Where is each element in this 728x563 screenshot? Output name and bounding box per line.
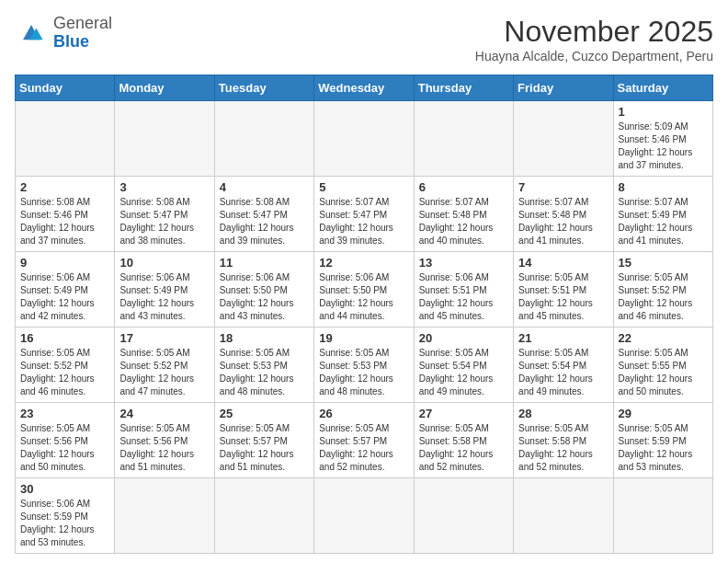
weekday-header-saturday: Saturday (613, 75, 712, 101)
weekday-header-row: SundayMondayTuesdayWednesdayThursdayFrid… (16, 75, 713, 101)
day-number: 28 (518, 407, 608, 420)
calendar-week-6: 30Sunrise: 5:06 AM Sunset: 5:59 PM Dayli… (16, 478, 713, 554)
calendar-cell (314, 478, 414, 554)
day-number: 5 (319, 180, 408, 194)
day-info: Sunrise: 5:05 AM Sunset: 5:57 PM Dayligh… (319, 422, 408, 474)
calendar-cell: 1Sunrise: 5:09 AM Sunset: 5:46 PM Daylig… (613, 101, 712, 177)
day-number: 29 (619, 407, 708, 420)
day-number: 1 (619, 105, 708, 119)
calendar-week-3: 9Sunrise: 5:06 AM Sunset: 5:49 PM Daylig… (16, 252, 713, 327)
title-block: November 2025 Huayna Alcalde, Cuzco Depa… (475, 15, 713, 63)
day-info: Sunrise: 5:05 AM Sunset: 5:56 PM Dayligh… (20, 422, 109, 474)
day-info: Sunrise: 5:08 AM Sunset: 5:47 PM Dayligh… (119, 196, 209, 247)
day-info: Sunrise: 5:06 AM Sunset: 5:51 PM Dayligh… (419, 271, 508, 323)
day-info: Sunrise: 5:08 AM Sunset: 5:47 PM Dayligh… (220, 196, 309, 247)
calendar-cell: 12Sunrise: 5:06 AM Sunset: 5:50 PM Dayli… (314, 252, 414, 327)
day-number: 13 (419, 256, 508, 270)
calendar-cell (414, 101, 513, 177)
calendar-table: SundayMondayTuesdayWednesdayThursdayFrid… (15, 75, 713, 554)
logo-general: General (53, 14, 112, 32)
calendar-cell: 27Sunrise: 5:05 AM Sunset: 5:58 PM Dayli… (414, 403, 513, 478)
calendar-cell: 18Sunrise: 5:05 AM Sunset: 5:53 PM Dayli… (214, 327, 313, 403)
day-number: 30 (20, 482, 109, 496)
calendar-cell (115, 478, 214, 554)
calendar-cell: 30Sunrise: 5:06 AM Sunset: 5:59 PM Dayli… (16, 478, 115, 554)
calendar-week-4: 16Sunrise: 5:05 AM Sunset: 5:52 PM Dayli… (16, 327, 713, 403)
calendar-cell: 23Sunrise: 5:05 AM Sunset: 5:56 PM Dayli… (16, 403, 115, 478)
calendar-cell: 25Sunrise: 5:05 AM Sunset: 5:57 PM Dayli… (214, 403, 313, 478)
calendar-week-2: 2Sunrise: 5:08 AM Sunset: 5:46 PM Daylig… (16, 177, 713, 252)
location-subtitle: Huayna Alcalde, Cuzco Department, Peru (475, 49, 713, 63)
calendar-cell: 19Sunrise: 5:05 AM Sunset: 5:53 PM Dayli… (314, 327, 414, 403)
calendar-cell: 6Sunrise: 5:07 AM Sunset: 5:48 PM Daylig… (414, 177, 513, 252)
day-info: Sunrise: 5:07 AM Sunset: 5:48 PM Dayligh… (419, 196, 508, 247)
weekday-header-monday: Monday (115, 75, 214, 101)
calendar-cell (16, 101, 115, 177)
day-number: 15 (619, 256, 708, 270)
calendar-cell (514, 478, 613, 554)
calendar-cell: 2Sunrise: 5:08 AM Sunset: 5:46 PM Daylig… (16, 177, 115, 252)
calendar-cell: 29Sunrise: 5:05 AM Sunset: 5:59 PM Dayli… (613, 403, 712, 478)
day-number: 8 (619, 180, 708, 194)
logo-icon (15, 17, 48, 50)
weekday-header-friday: Friday (514, 75, 613, 101)
month-title: November 2025 (475, 15, 713, 49)
calendar-cell: 10Sunrise: 5:06 AM Sunset: 5:49 PM Dayli… (115, 252, 214, 327)
day-number: 20 (419, 331, 508, 345)
day-info: Sunrise: 5:07 AM Sunset: 5:47 PM Dayligh… (319, 196, 408, 247)
day-number: 11 (220, 256, 309, 270)
calendar-cell: 7Sunrise: 5:07 AM Sunset: 5:48 PM Daylig… (514, 177, 613, 252)
day-info: Sunrise: 5:05 AM Sunset: 5:59 PM Dayligh… (619, 422, 708, 474)
calendar-cell: 28Sunrise: 5:05 AM Sunset: 5:58 PM Dayli… (514, 403, 613, 478)
day-number: 4 (220, 180, 309, 194)
calendar-cell: 8Sunrise: 5:07 AM Sunset: 5:49 PM Daylig… (613, 177, 712, 252)
day-number: 9 (20, 256, 109, 270)
calendar-cell (214, 101, 313, 177)
calendar-cell (514, 101, 613, 177)
calendar-week-5: 23Sunrise: 5:05 AM Sunset: 5:56 PM Dayli… (16, 403, 713, 478)
calendar-cell: 14Sunrise: 5:05 AM Sunset: 5:51 PM Dayli… (514, 252, 613, 327)
day-info: Sunrise: 5:05 AM Sunset: 5:58 PM Dayligh… (518, 422, 608, 474)
day-info: Sunrise: 5:05 AM Sunset: 5:58 PM Dayligh… (419, 422, 508, 474)
day-info: Sunrise: 5:06 AM Sunset: 5:50 PM Dayligh… (220, 271, 309, 323)
day-info: Sunrise: 5:06 AM Sunset: 5:50 PM Dayligh… (319, 271, 408, 323)
day-number: 24 (119, 407, 209, 420)
calendar-cell (115, 101, 214, 177)
day-number: 27 (419, 407, 508, 420)
calendar-cell (214, 478, 313, 554)
day-info: Sunrise: 5:05 AM Sunset: 5:52 PM Dayligh… (619, 271, 708, 323)
calendar-cell: 20Sunrise: 5:05 AM Sunset: 5:54 PM Dayli… (414, 327, 513, 403)
day-number: 7 (518, 180, 608, 194)
weekday-header-tuesday: Tuesday (214, 75, 313, 101)
calendar-cell: 26Sunrise: 5:05 AM Sunset: 5:57 PM Dayli… (314, 403, 414, 478)
day-info: Sunrise: 5:05 AM Sunset: 5:53 PM Dayligh… (319, 347, 408, 398)
weekday-header-thursday: Thursday (414, 75, 513, 101)
day-number: 2 (20, 180, 109, 194)
day-number: 26 (319, 407, 408, 420)
calendar-cell: 4Sunrise: 5:08 AM Sunset: 5:47 PM Daylig… (214, 177, 313, 252)
calendar-cell: 15Sunrise: 5:05 AM Sunset: 5:52 PM Dayli… (613, 252, 712, 327)
day-info: Sunrise: 5:07 AM Sunset: 5:48 PM Dayligh… (518, 196, 608, 247)
page-header: General Blue November 2025 Huayna Alcald… (15, 15, 713, 63)
calendar-cell: 22Sunrise: 5:05 AM Sunset: 5:55 PM Dayli… (613, 327, 712, 403)
day-info: Sunrise: 5:09 AM Sunset: 5:46 PM Dayligh… (619, 121, 708, 172)
day-number: 19 (319, 331, 408, 345)
logo-blue: Blue (53, 32, 89, 51)
calendar-cell: 16Sunrise: 5:05 AM Sunset: 5:52 PM Dayli… (16, 327, 115, 403)
day-number: 23 (20, 407, 109, 420)
day-number: 21 (518, 331, 608, 345)
calendar-cell (414, 478, 513, 554)
day-info: Sunrise: 5:05 AM Sunset: 5:51 PM Dayligh… (518, 271, 608, 323)
day-info: Sunrise: 5:05 AM Sunset: 5:52 PM Dayligh… (20, 347, 109, 398)
calendar-cell: 11Sunrise: 5:06 AM Sunset: 5:50 PM Dayli… (214, 252, 313, 327)
calendar-cell: 24Sunrise: 5:05 AM Sunset: 5:56 PM Dayli… (115, 403, 214, 478)
weekday-header-sunday: Sunday (16, 75, 115, 101)
day-number: 10 (119, 256, 209, 270)
day-number: 16 (20, 331, 109, 345)
calendar-cell: 9Sunrise: 5:06 AM Sunset: 5:49 PM Daylig… (16, 252, 115, 327)
day-number: 14 (518, 256, 608, 270)
day-info: Sunrise: 5:05 AM Sunset: 5:52 PM Dayligh… (119, 347, 209, 398)
day-info: Sunrise: 5:05 AM Sunset: 5:55 PM Dayligh… (619, 347, 708, 398)
day-info: Sunrise: 5:05 AM Sunset: 5:54 PM Dayligh… (518, 347, 608, 398)
logo-text: General Blue (53, 15, 112, 52)
